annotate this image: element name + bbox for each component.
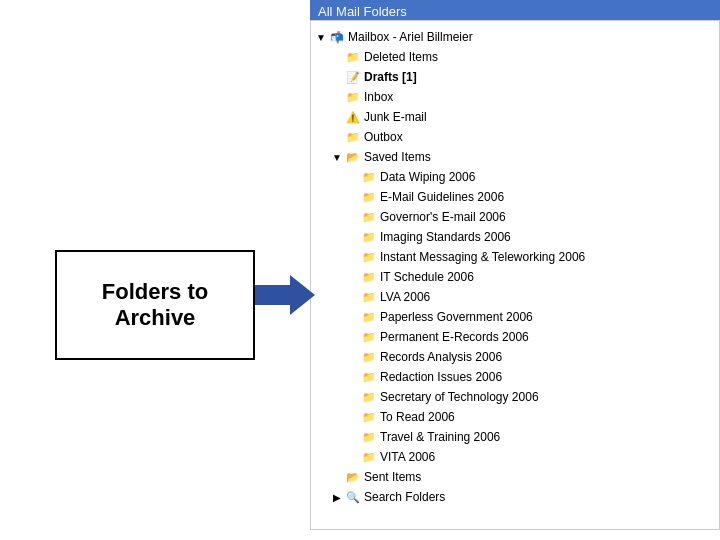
spacer [331,471,343,483]
folder-icon: 📁 [361,389,377,405]
tree-item-label: Travel & Training 2006 [380,428,500,446]
tree-item-label: Deleted Items [364,48,438,66]
spacer [347,431,359,443]
spacer [331,91,343,103]
spacer [331,131,343,143]
folder-icon: 📁 [361,349,377,365]
tree-item-outbox[interactable]: 📁Outbox [331,127,715,147]
tree-item-label: Instant Messaging & Teleworking 2006 [380,248,585,266]
folder-icon: 📁 [361,169,377,185]
tree-item-junk[interactable]: ⚠️Junk E-mail [331,107,715,127]
tree-item-deleted[interactable]: 📁Deleted Items [331,47,715,67]
spacer [347,411,359,423]
spacer [347,351,359,363]
spacer [347,331,359,343]
spacer [331,51,343,63]
tree-item-label: Drafts [1] [364,68,417,86]
tree-item-governors-email[interactable]: 📁Governor's E-mail 2006 [347,207,715,227]
spacer [331,111,343,123]
spacer [347,291,359,303]
spacer [347,251,359,263]
spacer [347,191,359,203]
expand-icon[interactable]: ▶ [331,491,343,503]
tree-item-imaging[interactable]: 📁Imaging Standards 2006 [347,227,715,247]
tree-item-toread[interactable]: 📁To Read 2006 [347,407,715,427]
arrow-icon [255,275,315,315]
tree-item-vita[interactable]: 📁VITA 2006 [347,447,715,467]
tree-item-lva[interactable]: 📁LVA 2006 [347,287,715,307]
tree-item-label: Outbox [364,128,403,146]
tree-item-label: Mailbox - Ariel Billmeier [348,28,473,46]
tree-item-label: Data Wiping 2006 [380,168,475,186]
tree-item-paperless[interactable]: 📁Paperless Government 2006 [347,307,715,327]
annotation-box: Folders toArchive [55,250,255,360]
folder-saved-icon: 📂 [345,469,361,485]
tree-item-label: Redaction Issues 2006 [380,368,502,386]
tree-item-label: VITA 2006 [380,448,435,466]
tree-item-label: IT Schedule 2006 [380,268,474,286]
folder-icon: 📁 [361,249,377,265]
drafts-icon: 📝 [345,69,361,85]
spacer [347,231,359,243]
spacer [347,271,359,283]
folder-icon: 📁 [361,229,377,245]
tree-item-inbox[interactable]: 📁Inbox [331,87,715,107]
folder-icon: 📁 [345,129,361,145]
tree-item-instant-msg[interactable]: 📁Instant Messaging & Teleworking 2006 [347,247,715,267]
folder-icon: 📁 [361,309,377,325]
folder-icon: 📁 [361,209,377,225]
tree-item-secretary[interactable]: 📁Secretary of Technology 2006 [347,387,715,407]
tree-item-it-schedule[interactable]: 📁IT Schedule 2006 [347,267,715,287]
folder-saved-icon: 📂 [345,149,361,165]
folder-icon: 📁 [361,289,377,305]
screen: All Mail Folders ▼📬Mailbox - Ariel Billm… [0,0,720,540]
tree-item-label: Saved Items [364,148,431,166]
tree-item-label: Secretary of Technology 2006 [380,388,539,406]
tree-item-label: Records Analysis 2006 [380,348,502,366]
tree-item-label: Search Folders [364,488,445,506]
tree-item-records[interactable]: 📁Records Analysis 2006 [347,347,715,367]
spacer [347,451,359,463]
tree-item-saved[interactable]: ▼📂Saved Items [331,147,715,167]
junk-icon: ⚠️ [345,109,361,125]
tree-item-permanent[interactable]: 📁Permanent E-Records 2006 [347,327,715,347]
tree-item-travel[interactable]: 📁Travel & Training 2006 [347,427,715,447]
tree-panel[interactable]: ▼📬Mailbox - Ariel Billmeier 📁Deleted Ite… [310,20,720,530]
spacer [347,391,359,403]
folder-special-icon: 📁 [345,49,361,65]
tree-item-label: E-Mail Guidelines 2006 [380,188,504,206]
folder-icon: 📁 [361,409,377,425]
spacer [347,211,359,223]
tree-item-label: Imaging Standards 2006 [380,228,511,246]
header-title: All Mail Folders [318,4,407,19]
folder-icon: 📁 [361,449,377,465]
tree-item-label: Sent Items [364,468,421,486]
tree-item-label: Governor's E-mail 2006 [380,208,506,226]
folder-icon: 📁 [361,189,377,205]
folder-icon: 📁 [361,329,377,345]
annotation-text: Folders toArchive [102,279,208,332]
tree-item-label: Permanent E-Records 2006 [380,328,529,346]
collapse-icon[interactable]: ▼ [331,151,343,163]
folder-icon: 📁 [361,429,377,445]
folder-icon: 📁 [345,89,361,105]
spacer [347,171,359,183]
folder-icon: 📁 [361,369,377,385]
tree-item-label: Inbox [364,88,393,106]
mailbox-icon: 📬 [329,29,345,45]
tree-item-data-wiping[interactable]: 📁Data Wiping 2006 [347,167,715,187]
collapse-icon[interactable]: ▼ [315,31,327,43]
tree-item-drafts[interactable]: 📝Drafts [1] [331,67,715,87]
folder-icon: 📁 [361,269,377,285]
tree-item-label: Junk E-mail [364,108,427,126]
tree-item-sent[interactable]: 📂Sent Items [331,467,715,487]
spacer [347,371,359,383]
tree-item-search[interactable]: ▶🔍Search Folders [331,487,715,507]
tree-item-mailbox[interactable]: ▼📬Mailbox - Ariel Billmeier [315,27,715,47]
tree-item-label: To Read 2006 [380,408,455,426]
tree-item-redaction[interactable]: 📁Redaction Issues 2006 [347,367,715,387]
search-folder-icon: 🔍 [345,489,361,505]
spacer [347,311,359,323]
tree-item-email-guidelines[interactable]: 📁E-Mail Guidelines 2006 [347,187,715,207]
tree-item-label: LVA 2006 [380,288,430,306]
